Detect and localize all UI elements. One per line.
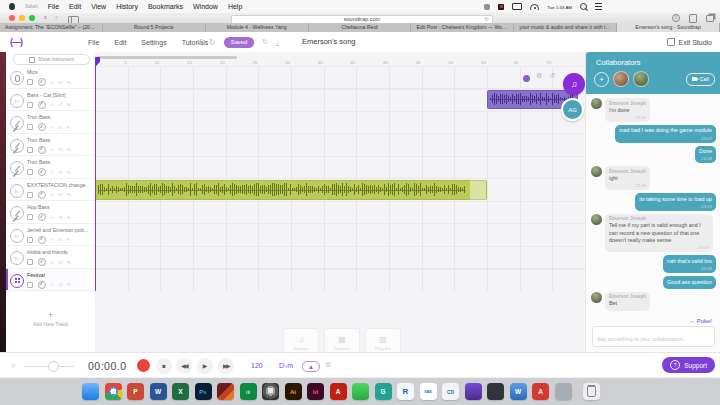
track-mute-icon[interactable]: ◁ xyxy=(58,237,62,242)
stop-button[interactable]: ■ xyxy=(156,358,172,374)
menu-view[interactable]: View xyxy=(91,3,106,10)
track-name[interactable]: Tron Bass xyxy=(27,114,91,120)
saved-button[interactable]: Saved xyxy=(224,37,254,48)
track-mute-icon[interactable]: ◁ xyxy=(58,125,62,130)
quick-action-button[interactable]: ♫ Browse loops xyxy=(283,328,319,352)
track-effects-icon[interactable]: ∿ xyxy=(66,237,70,242)
track-instrument-icon[interactable] xyxy=(10,274,24,288)
track-row[interactable]: Tron Bass ∩ ◁ ∿ xyxy=(6,156,95,179)
track-volume-knob[interactable] xyxy=(38,258,46,266)
track-record-arm-icon[interactable] xyxy=(27,79,33,85)
track-monitor-icon[interactable]: ∩ xyxy=(50,102,54,107)
track-instrument-icon[interactable] xyxy=(10,251,24,265)
track-mute-icon[interactable]: ◁ xyxy=(58,147,62,152)
track-record-arm-icon[interactable] xyxy=(27,237,33,243)
dock-sas-icon[interactable]: sas xyxy=(420,383,437,400)
track-mute-icon[interactable]: ◁ xyxy=(58,260,62,265)
track-monitor-icon[interactable]: ∩ xyxy=(50,170,54,175)
display-icon[interactable] xyxy=(512,3,522,10)
track-instrument-icon[interactable] xyxy=(10,161,24,175)
track-record-arm-icon[interactable] xyxy=(27,102,33,108)
spotlight-search-icon[interactable] xyxy=(580,3,587,10)
track-effects-icon[interactable]: ∿ xyxy=(66,170,70,175)
track-effects-icon[interactable]: ∿ xyxy=(66,80,70,85)
add-new-track-button[interactable]: + Add New Track xyxy=(6,310,95,327)
track-effects-icon[interactable]: ∿ xyxy=(66,282,70,287)
dock-purple-app-icon[interactable] xyxy=(465,383,482,400)
undo-icon[interactable]: ↺ xyxy=(196,38,203,47)
collaborator-avatar[interactable] xyxy=(633,71,649,87)
menu-file[interactable]: File xyxy=(48,3,59,10)
menu-help[interactable]: Help xyxy=(228,3,242,10)
dock-acrobat-icon[interactable]: A xyxy=(330,383,347,400)
menu-edit[interactable]: Edit xyxy=(69,3,81,10)
dock-green-app-icon[interactable] xyxy=(352,383,369,400)
track-instrument-icon[interactable] xyxy=(10,139,24,153)
track-effects-icon[interactable]: ∿ xyxy=(66,125,70,130)
volume-slider-handle[interactable] xyxy=(48,361,59,372)
collaborator-presence-badge[interactable]: AG xyxy=(561,98,584,121)
track-mute-icon[interactable]: ◁ xyxy=(58,215,62,220)
extension-badge-icon[interactable]: 0 xyxy=(672,14,680,22)
track-row[interactable]: Hop Bass ∩ ◁ ∿ xyxy=(6,201,95,224)
track-name[interactable]: Hidda and friends xyxy=(27,249,91,255)
dock-trash-icon[interactable] xyxy=(583,383,600,400)
play-button[interactable]: ▶ xyxy=(197,358,213,374)
minimize-window-button[interactable] xyxy=(19,15,25,21)
show-instrument-button[interactable]: Show Instrument xyxy=(13,54,90,65)
close-window-button[interactable] xyxy=(9,15,15,21)
track-name[interactable]: Hop Bass xyxy=(27,204,91,210)
menu-window[interactable]: Window xyxy=(193,3,218,10)
call-button[interactable]: Call xyxy=(686,73,715,86)
track-volume-knob[interactable] xyxy=(38,236,46,244)
wifi-icon[interactable] xyxy=(530,4,539,10)
track-effects-icon[interactable]: ∿ xyxy=(66,192,70,197)
track-record-arm-icon[interactable] xyxy=(27,147,33,153)
track-name[interactable]: Mics xyxy=(27,69,91,75)
key-signature-value[interactable]: D♭m xyxy=(279,362,293,370)
track-record-arm-icon[interactable] xyxy=(27,169,33,175)
download-icon[interactable]: ↓ xyxy=(276,38,280,46)
zoom-window-button[interactable] xyxy=(29,15,35,21)
track-row[interactable]: Tron Bass ∩ ◁ ∿ xyxy=(6,111,95,134)
tempo-value[interactable]: 120 xyxy=(251,362,263,369)
reload-icon[interactable]: ↻ xyxy=(485,16,489,23)
track-instrument-icon[interactable] xyxy=(10,116,24,130)
exit-studio-button[interactable]: Exit Studio xyxy=(667,32,712,52)
menu-bookmarks[interactable]: Bookmarks xyxy=(148,3,183,10)
track-name[interactable]: Jerrell and Emerson pod... xyxy=(27,227,91,233)
sync-icon[interactable]: ↻ xyxy=(262,38,268,46)
history-icon[interactable]: ↺ xyxy=(549,72,555,80)
status-password-app-icon[interactable] xyxy=(498,4,504,10)
status-app-icon[interactable] xyxy=(484,4,490,10)
track-effects-icon[interactable]: ∿ xyxy=(66,215,70,220)
track-name[interactable]: Tron Bass xyxy=(27,159,91,165)
track-row[interactable]: Tron Bass ∩ ◁ ∿ xyxy=(6,134,95,157)
chat-input[interactable] xyxy=(593,330,714,349)
track-monitor-icon[interactable]: ∩ xyxy=(50,215,54,220)
rewind-button[interactable]: ◀◀ xyxy=(176,358,192,374)
track-volume-knob[interactable] xyxy=(38,101,46,109)
track-monitor-icon[interactable]: ∩ xyxy=(50,192,54,197)
track-name[interactable]: Tron Bass xyxy=(27,137,91,143)
track-instrument-icon[interactable] xyxy=(10,206,24,220)
tab-overview-icon[interactable] xyxy=(706,15,714,22)
quick-action-button[interactable]: ▦ Patterns BeatMaker xyxy=(324,328,360,352)
browser-tab[interactable]: Edit Post - Chelsea's Kingdom — WordPres… xyxy=(411,23,514,32)
dock-matlab-icon[interactable] xyxy=(217,383,234,400)
back-button[interactable]: ‹ xyxy=(44,13,47,23)
transport-settings-icon[interactable]: ⚙ xyxy=(325,361,331,369)
track-record-arm-icon[interactable] xyxy=(27,259,33,265)
track-mute-icon[interactable]: ◁ xyxy=(58,282,62,287)
track-monitor-icon[interactable]: ∩ xyxy=(50,80,54,85)
playhead[interactable] xyxy=(95,60,96,291)
track-volume-knob[interactable] xyxy=(38,281,46,289)
track-effects-icon[interactable]: ∿ xyxy=(66,260,70,265)
track-row[interactable]: Jerrell and Emerson pod... ∩ ◁ ∿ xyxy=(6,224,95,247)
track-row[interactable]: EXXTENTACION change... ∩ ◁ ∿ xyxy=(6,179,95,202)
dock-photoshop-icon[interactable]: Ps xyxy=(195,383,212,400)
track-monitor-icon[interactable]: ∩ xyxy=(50,147,54,152)
forward-button[interactable]: › xyxy=(55,13,58,23)
dock-audio-app-icon[interactable] xyxy=(262,383,279,400)
track-mute-icon[interactable]: ◁ xyxy=(58,80,62,85)
